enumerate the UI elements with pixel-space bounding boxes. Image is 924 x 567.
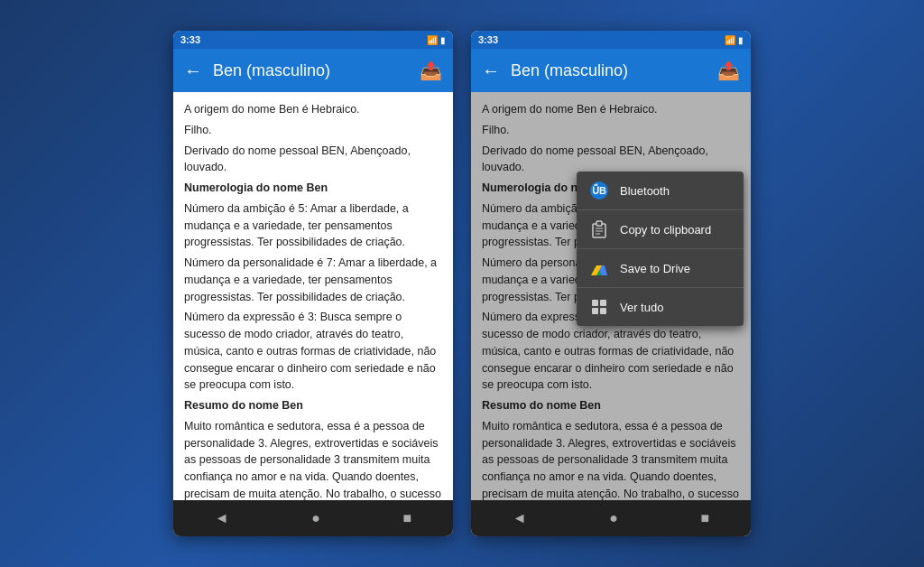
battery-icon-1: ▮ xyxy=(440,35,446,45)
app-bar-1: ← Ben (masculino) 📤 xyxy=(173,49,453,92)
share-button-1[interactable]: 📤 xyxy=(420,60,442,81)
content-p1: Número da ambição é 5: Amar a liberdade,… xyxy=(184,200,442,251)
drive-label: Save to Drive xyxy=(620,262,690,275)
section1-title: Numerologia do nome Ben xyxy=(184,180,442,197)
nav-bar-1: ◄ ● ■ xyxy=(173,500,453,536)
svg-rect-9 xyxy=(592,300,598,306)
back-button-2[interactable]: ← xyxy=(482,60,500,81)
svg-rect-1 xyxy=(596,221,602,226)
content-p4: Muito romântica e sedutora, essa é a pes… xyxy=(184,418,442,500)
svg-rect-10 xyxy=(600,300,606,306)
clipboard-icon xyxy=(589,219,609,239)
app-bar-2: ← Ben (masculino) 📤 xyxy=(471,49,751,92)
content-line1: A origem do nome Ben é Hebraico. xyxy=(184,101,442,118)
context-menu: ǗB Bluetooth Copy to clipboard xyxy=(577,172,744,326)
bluetooth-label: Bluetooth xyxy=(620,184,670,198)
content-area-1: A origem do nome Ben é Hebraico. Filho. … xyxy=(173,92,453,500)
status-icons-2: 📶 ▮ xyxy=(725,35,744,45)
drive-icon xyxy=(589,258,609,278)
clipboard-label: Copy to clipboard xyxy=(620,223,711,237)
svg-rect-11 xyxy=(592,308,598,314)
nav-back-2[interactable]: ◄ xyxy=(513,510,527,526)
nav-bar-2: ◄ ● ■ xyxy=(471,500,751,536)
nav-home-2[interactable]: ● xyxy=(609,510,618,526)
phone-1: 3:33 📶 ▮ ← Ben (masculino) 📤 A origem do… xyxy=(173,31,453,536)
app-title-2: Ben (masculino) xyxy=(511,61,717,80)
status-time-1: 3:33 xyxy=(180,34,200,45)
status-bar-2: 3:33 📶 ▮ xyxy=(471,31,751,49)
section2-title: Resumo do nome Ben xyxy=(184,397,442,414)
share-button-2[interactable]: 📤 xyxy=(717,60,740,81)
nav-home-1[interactable]: ● xyxy=(311,510,320,526)
status-icons-1: 📶 ▮ xyxy=(427,35,446,45)
ver-tudo-label: Ver tudo xyxy=(620,301,663,314)
signal-icon-2: 📶 xyxy=(725,35,735,45)
menu-bluetooth[interactable]: ǗB Bluetooth xyxy=(577,172,744,210)
signal-icon-1: 📶 xyxy=(427,35,438,45)
menu-drive[interactable]: Save to Drive xyxy=(577,249,744,288)
content-p2: Número da personalidade é 7: Amar a libe… xyxy=(184,255,442,305)
content-line2: Filho. xyxy=(184,122,442,139)
back-button-1[interactable]: ← xyxy=(184,60,202,81)
content-line3: Derivado do nome pessoal BEN, Abençoado,… xyxy=(184,143,442,177)
menu-clipboard[interactable]: Copy to clipboard xyxy=(577,210,744,249)
nav-recent-2[interactable]: ■ xyxy=(701,510,710,526)
more-icon xyxy=(589,297,609,317)
phone-2: 3:33 📶 ▮ ← Ben (masculino) 📤 A origem do… xyxy=(471,31,751,536)
nav-recent-1[interactable]: ■ xyxy=(403,510,412,526)
status-bar-1: 3:33 📶 ▮ xyxy=(173,31,453,49)
nav-back-1[interactable]: ◄ xyxy=(215,510,229,526)
content-p3: Número da expressão é 3: Busca sempre o … xyxy=(184,309,442,394)
menu-ver-tudo[interactable]: Ver tudo xyxy=(577,288,744,326)
svg-rect-12 xyxy=(600,308,606,314)
bluetooth-icon: ǗB xyxy=(589,181,609,200)
battery-icon-2: ▮ xyxy=(738,35,744,45)
status-time-2: 3:33 xyxy=(478,34,498,45)
app-title-1: Ben (masculino) xyxy=(213,61,420,80)
content-wrapper-2: A origem do nome Ben é Hebraico. Filho. … xyxy=(471,92,751,500)
